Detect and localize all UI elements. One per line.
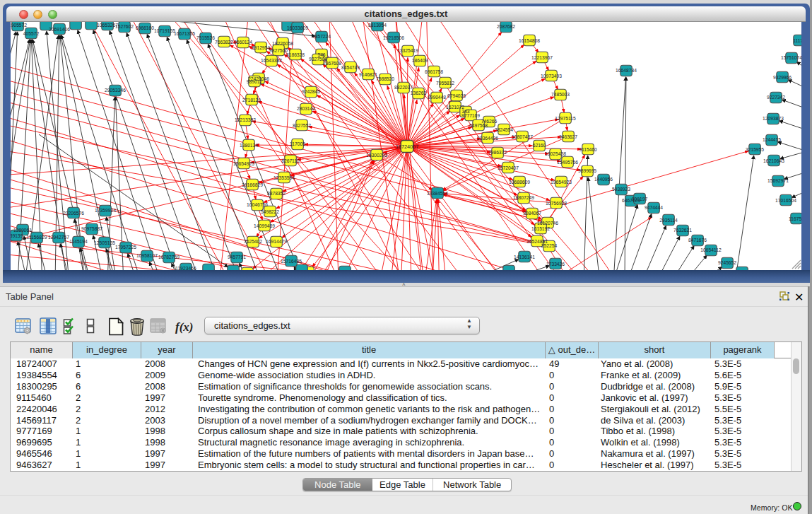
- svg-text:5498222: 5498222: [261, 209, 279, 214]
- svg-text:136263: 136263: [411, 90, 427, 95]
- svg-text:7857224: 7857224: [312, 34, 331, 39]
- svg-text:186409: 186409: [412, 58, 428, 63]
- svg-text:3824554: 3824554: [495, 127, 513, 132]
- svg-text:9245652: 9245652: [718, 260, 736, 265]
- svg-text:10973493: 10973493: [541, 74, 562, 78]
- svg-text:909197: 909197: [632, 197, 648, 201]
- svg-text:9084067: 9084067: [523, 211, 541, 216]
- svg-text:8267110: 8267110: [281, 158, 300, 163]
- svg-text:6966160: 6966160: [136, 25, 154, 30]
- svg-text:19166829: 19166829: [242, 182, 263, 187]
- svg-text:7485003: 7485003: [551, 92, 570, 97]
- svg-text:9899695: 9899695: [578, 168, 596, 173]
- svg-text:16914479: 16914479: [266, 239, 287, 244]
- svg-text:6961758: 6961758: [425, 69, 443, 74]
- svg-text:15751074: 15751074: [781, 55, 801, 60]
- svg-text:16120746: 16120746: [537, 221, 558, 226]
- svg-text:12093873: 12093873: [763, 116, 784, 121]
- svg-text:1440956: 1440956: [594, 177, 613, 182]
- svg-text:18226058: 18226058: [272, 41, 293, 46]
- svg-text:10719155: 10719155: [154, 28, 175, 33]
- svg-text:1145194: 1145194: [69, 239, 88, 244]
- svg-text:9457791: 9457791: [228, 255, 246, 259]
- svg-text:15300293: 15300293: [366, 153, 387, 158]
- svg-text:8878352: 8878352: [267, 191, 286, 196]
- svg-text:3215955: 3215955: [746, 147, 764, 152]
- svg-text:19654923: 19654923: [551, 180, 572, 185]
- svg-text:16210643: 16210643: [763, 158, 784, 163]
- svg-text:12505135: 12505135: [94, 240, 115, 245]
- svg-text:10756928: 10756928: [546, 201, 567, 206]
- svg-text:8660124: 8660124: [234, 40, 252, 45]
- svg-text:8822037: 8822037: [394, 85, 413, 90]
- svg-text:9115460: 9115460: [579, 147, 597, 152]
- svg-text:14136141: 14136141: [514, 255, 535, 259]
- svg-text:6794028: 6794028: [447, 93, 466, 98]
- svg-text:15495756: 15495756: [557, 160, 578, 165]
- svg-text:8454749: 8454749: [341, 65, 360, 70]
- svg-text:12213382: 12213382: [235, 117, 256, 122]
- svg-text:8912954: 8912954: [252, 45, 270, 50]
- svg-text:15692971: 15692971: [767, 178, 789, 183]
- svg-text:12942757: 12942757: [48, 235, 69, 240]
- svg-text:405572: 405572: [23, 31, 40, 36]
- svg-text:15720407: 15720407: [498, 165, 519, 170]
- svg-text:9463627: 9463627: [559, 134, 577, 139]
- svg-text:2087682: 2087682: [497, 24, 515, 29]
- svg-text:11156829: 11156829: [27, 235, 47, 240]
- svg-text:9227342: 9227342: [767, 95, 785, 100]
- svg-text:19218506: 19218506: [383, 35, 404, 40]
- svg-text:1615192: 1615192: [531, 226, 550, 231]
- svg-text:16782759: 16782759: [158, 255, 180, 259]
- svg-text:10688609: 10688609: [509, 180, 530, 185]
- svg-text:2935114: 2935114: [659, 218, 678, 223]
- svg-text:7986372: 7986372: [488, 150, 507, 155]
- svg-text:9146821: 9146821: [359, 72, 377, 77]
- svg-text:13325419: 13325419: [397, 48, 418, 53]
- svg-text:7955812: 7955812: [436, 81, 454, 86]
- svg-text:9777169: 9777169: [461, 113, 480, 118]
- svg-text:989012: 989012: [247, 79, 263, 84]
- svg-text:1389061: 1389061: [13, 228, 32, 233]
- svg-text:7632621: 7632621: [673, 228, 692, 233]
- svg-text:20364436: 20364436: [477, 136, 498, 141]
- svg-text:16154808: 16154808: [519, 38, 540, 43]
- svg-text:14099489: 14099489: [254, 223, 275, 228]
- svg-text:18724007: 18724007: [396, 144, 418, 150]
- svg-text:18807249: 18807249: [513, 195, 534, 200]
- svg-text:19384554: 19384554: [427, 191, 448, 196]
- svg-text:1733426: 1733426: [546, 262, 565, 267]
- svg-text:1380134: 1380134: [240, 143, 258, 148]
- svg-text:5938923: 5938923: [612, 187, 630, 192]
- svg-text:7515526: 7515526: [196, 35, 215, 40]
- svg-text:16033809: 16033809: [287, 25, 308, 30]
- svg-text:8427552: 8427552: [293, 123, 311, 128]
- svg-text:1905572: 1905572: [11, 23, 27, 28]
- svg-text:62160: 62160: [533, 143, 546, 148]
- svg-text:90975887: 90975887: [81, 226, 102, 231]
- svg-text:16671355: 16671355: [174, 31, 195, 36]
- svg-text:7588520: 7588520: [376, 76, 394, 81]
- svg-text:2718120: 2718120: [242, 98, 261, 103]
- svg-text:39139: 39139: [11, 233, 23, 238]
- svg-text:10025438: 10025438: [545, 151, 566, 156]
- svg-text:1244415: 1244415: [763, 137, 781, 142]
- svg-text:7625402: 7625402: [244, 239, 262, 244]
- svg-text:11172: 11172: [793, 38, 801, 43]
- svg-text:10958107: 10958107: [136, 253, 158, 258]
- svg-text:116753: 116753: [789, 216, 801, 221]
- svg-text:252254: 252254: [541, 243, 558, 248]
- svg-text:11923466: 11923466: [175, 266, 196, 270]
- svg-text:12213967: 12213967: [531, 55, 553, 60]
- svg-text:15716485: 15716485: [281, 259, 302, 264]
- svg-text:20691406: 20691406: [49, 27, 70, 32]
- svg-text:16046756: 16046756: [247, 202, 268, 207]
- svg-text:8990448: 8990448: [428, 95, 446, 100]
- svg-text:2803144: 2803144: [297, 106, 315, 111]
- svg-text:9242845: 9242845: [302, 89, 320, 94]
- svg-text:16543382: 16543382: [261, 58, 282, 63]
- svg-text:16648784: 16648784: [616, 68, 637, 73]
- svg-text:7663822: 7663822: [215, 40, 233, 45]
- svg-text:10654925: 10654925: [233, 161, 254, 166]
- svg-text:2367608: 2367608: [323, 61, 341, 66]
